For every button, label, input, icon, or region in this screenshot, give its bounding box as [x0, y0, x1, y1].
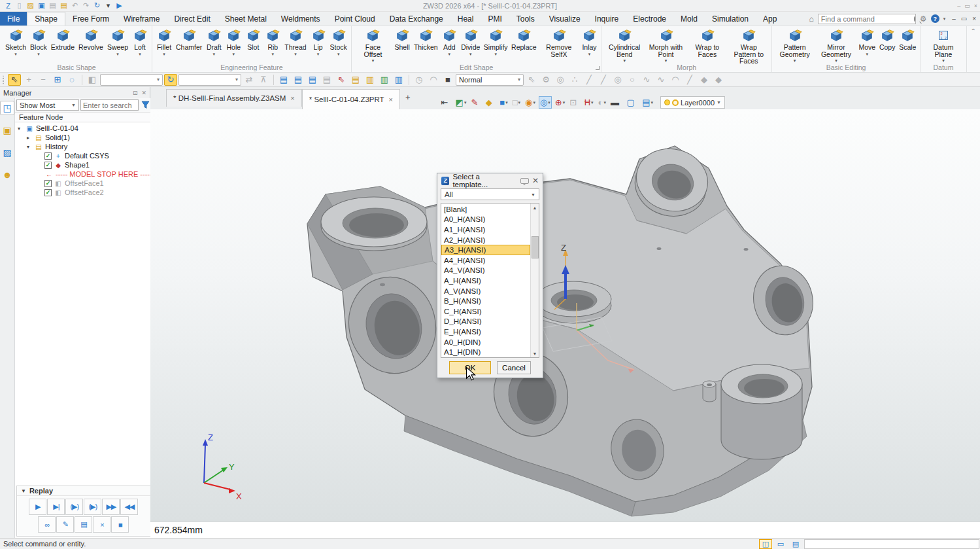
- menu-electrode[interactable]: Electrode: [626, 12, 673, 26]
- menu-sheet-metal[interactable]: Sheet Metal: [218, 12, 274, 26]
- pin-ribbon-icon[interactable]: ⌂: [809, 14, 814, 24]
- close-window-icon[interactable]: ×: [974, 3, 977, 9]
- tree-search[interactable]: [80, 99, 139, 111]
- draft-button[interactable]: Draft ▾: [204, 27, 224, 63]
- brush-icon[interactable]: ✎ ▾: [469, 96, 482, 109]
- tree-search-input[interactable]: [81, 101, 138, 109]
- template-option[interactable]: E_H(ANSI): [441, 327, 530, 337]
- replay-link-icon[interactable]: ∞: [38, 516, 56, 533]
- tree-checkbox[interactable]: [44, 189, 52, 196]
- pick-window-icon[interactable]: ⊞ ▾: [51, 74, 64, 86]
- loft-button[interactable]: Loft ▾: [130, 27, 150, 63]
- simplify-button[interactable]: Simplify ▾: [482, 27, 509, 63]
- target-combo[interactable]: ▾: [178, 74, 241, 86]
- restore-document-icon[interactable]: ▭: [961, 15, 967, 22]
- help-dropdown-icon[interactable]: ▾: [943, 16, 946, 22]
- wrap-to-faces-button[interactable]: Wrap to Faces ▾: [686, 27, 728, 63]
- circle-tool-icon[interactable]: ◎ ▾: [611, 74, 624, 86]
- history-insert-icon[interactable]: ▤ ▾: [306, 74, 319, 86]
- replay-delete-icon[interactable]: ×: [93, 516, 110, 533]
- face-tool-icon[interactable]: ◆ ▾: [698, 74, 711, 86]
- menu-file[interactable]: File: [0, 12, 27, 26]
- screen-display-icon[interactable]: ▭: [774, 539, 787, 549]
- revolve-button[interactable]: Revolve ▾: [76, 27, 105, 63]
- tree-item-solid[interactable]: ▸ ▤ Solid(1): [15, 133, 152, 142]
- ribbon-collapse-icon[interactable]: ⌃: [967, 26, 980, 36]
- face-offset-button[interactable]: Face Offset ▾: [354, 27, 392, 63]
- dialog-close-icon[interactable]: ✕: [532, 176, 539, 185]
- prompt-toggle-icon[interactable]: ◫: [759, 539, 772, 549]
- shell-button[interactable]: Shell ▾: [392, 27, 412, 63]
- filter-combo[interactable]: ▾: [100, 74, 163, 86]
- template-option[interactable]: B_H(ANSI): [441, 296, 530, 306]
- replace-button[interactable]: Replace ▾: [509, 27, 538, 63]
- arc-tool-icon[interactable]: ◠ ▾: [669, 74, 682, 86]
- close-document-icon[interactable]: ×: [972, 15, 976, 22]
- add-button[interactable]: Add ▾: [439, 27, 459, 63]
- tree-expand-icon[interactable]: ▾: [27, 144, 34, 150]
- menu-shape[interactable]: Shape: [27, 12, 65, 26]
- menu-wireframe[interactable]: Wireframe: [116, 12, 167, 26]
- command-search-input[interactable]: [821, 15, 914, 23]
- pattern-geometry-button[interactable]: Pattern Geometry ▾: [774, 27, 815, 63]
- face-color-icon[interactable]: ◆ ▾: [484, 96, 497, 109]
- collapse-triangle-icon[interactable]: ▼: [21, 488, 26, 494]
- save-icon[interactable]: ▣: [36, 1, 47, 10]
- replay-play-to-icon[interactable]: ▶|: [47, 499, 65, 515]
- print-icon[interactable]: ▤: [47, 1, 58, 10]
- template-option[interactable]: A_V(ANSI): [441, 286, 530, 296]
- role-manager-icon[interactable]: ☻: [0, 168, 14, 182]
- inlay-button[interactable]: Inlay ▾: [579, 27, 599, 63]
- hatch-icon[interactable]: Ħ ▾: [583, 96, 595, 109]
- feature-manager-icon[interactable]: ◳: [0, 101, 14, 115]
- help-icon[interactable]: ?: [931, 14, 939, 23]
- model-3d[interactable]: Z Z Y X: [150, 109, 980, 522]
- plane-display-icon[interactable]: ▢ ▾: [625, 96, 639, 109]
- history-rollback-icon[interactable]: ▤ ▾: [292, 74, 305, 86]
- move-button[interactable]: Move ▾: [857, 27, 877, 63]
- ellipse-tool-icon[interactable]: ○ ▾: [626, 74, 639, 86]
- layer-combo[interactable]: Layer0000 ▼: [660, 96, 725, 109]
- pick-add-icon[interactable]: + ▾: [22, 74, 35, 86]
- menu-simulation[interactable]: Simulation: [705, 12, 756, 26]
- copy-button[interactable]: Copy ▾: [877, 27, 897, 63]
- play-circle-icon[interactable]: ◎ ▾: [554, 74, 567, 86]
- curve-tool-icon[interactable]: ∿ ▾: [654, 74, 667, 86]
- block-button[interactable]: Block ▾: [28, 27, 49, 63]
- lock-icon[interactable]: ⊼ ▾: [257, 74, 270, 86]
- template-option[interactable]: A3_H(ANSI): [441, 245, 530, 255]
- replay-rewind-icon[interactable]: ◀◀: [120, 499, 138, 515]
- timer-icon[interactable]: ◷ ▾: [413, 74, 426, 86]
- divide-button[interactable]: Divide ▾: [459, 27, 482, 63]
- dialog-hint-icon[interactable]: [520, 178, 529, 184]
- toolbar-grip[interactable]: ▾: [3, 75, 5, 84]
- extrude-button[interactable]: Extrude ▾: [49, 27, 76, 63]
- filter-funnel-icon[interactable]: [140, 99, 151, 111]
- menu-weldments[interactable]: Weldments: [274, 12, 328, 26]
- document-tab[interactable]: * SellI-C-01-04.Z3PRT ×: [302, 89, 400, 109]
- drag-icon[interactable]: ⚙ ▾: [539, 74, 552, 86]
- tree-item-shape1[interactable]: ◆ Shape1: [15, 160, 152, 169]
- pick-remove-icon[interactable]: − ▾: [37, 74, 50, 86]
- zoom-window-icon[interactable]: ⊡ ▾: [568, 96, 581, 109]
- sketch-button[interactable]: Sketch ▾: [3, 27, 28, 63]
- rib-button[interactable]: Rib ▾: [263, 27, 282, 63]
- loop-icon[interactable]: ◠ ▾: [427, 74, 440, 86]
- scroll-thumb[interactable]: [532, 236, 539, 258]
- regen-icon[interactable]: ↻: [92, 1, 103, 10]
- customize-icon[interactable]: ▾: [103, 1, 114, 10]
- template-list-scrollbar[interactable]: [530, 204, 539, 357]
- pointer-icon[interactable]: ⇖ ▾: [525, 74, 538, 86]
- dock-panel-icon[interactable]: ⊡: [133, 90, 138, 96]
- menu-data-exchange[interactable]: Data Exchange: [382, 12, 450, 26]
- tree-checkbox[interactable]: [44, 162, 52, 169]
- shaded-display-icon[interactable]: ■ ▾: [498, 96, 509, 109]
- chamfer-button[interactable]: Chamfer ▾: [174, 27, 204, 63]
- restore-window-icon[interactable]: ▭: [964, 3, 970, 9]
- align-icon[interactable]: ⇄ ▾: [243, 74, 256, 86]
- replay-edit-icon[interactable]: ✎: [56, 516, 74, 533]
- menu-app[interactable]: App: [756, 12, 784, 26]
- multi-layer-icon[interactable]: ▤ ▾: [641, 96, 654, 109]
- menu-direct-edit[interactable]: Direct Edit: [167, 12, 217, 26]
- cylindrical-bend-button[interactable]: Cylindrical Bend ▾: [603, 27, 645, 63]
